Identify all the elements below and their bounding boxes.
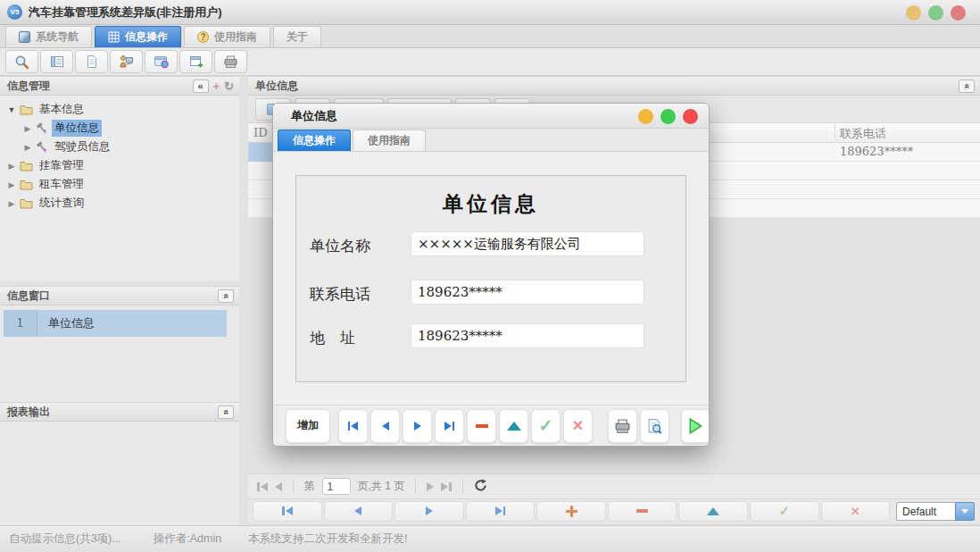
up-triangle-icon [507, 422, 521, 431]
cancel-record-button[interactable]: ✕ [821, 501, 891, 522]
tab-user-guide[interactable]: ? 使用指南 [184, 26, 270, 47]
tree-expander-icon[interactable]: ▼ [7, 105, 16, 114]
tree-node-label[interactable]: 驾驶员信息 [52, 138, 113, 155]
dialog-tabstrip: 信息操作 使用指南 [273, 129, 709, 152]
panel-splitter[interactable] [239, 76, 248, 525]
tree-node-label-selected[interactable]: 单位信息 [52, 120, 102, 137]
tree-node-label[interactable]: 基本信息 [37, 101, 87, 118]
tree-node-affiliation[interactable]: ▶ 挂靠管理 [0, 156, 239, 175]
minimize-button[interactable] [906, 5, 921, 21]
paging-toolbar: 第 页,共 1 页 [248, 473, 980, 498]
next-page-button[interactable] [427, 482, 434, 491]
tree-node-label[interactable]: 挂靠管理 [37, 157, 87, 174]
printer-button[interactable] [214, 50, 247, 73]
next-record-button[interactable] [403, 409, 432, 443]
add-button[interactable]: 增加 [286, 409, 330, 443]
column-header-phone[interactable]: 联系电话 [840, 126, 886, 142]
tab-info-operate[interactable]: 信息操作 [95, 26, 181, 47]
dialog-minimize-button[interactable] [638, 109, 653, 124]
last-record-button[interactable] [466, 501, 536, 522]
column-header-id[interactable]: ID [253, 126, 268, 139]
tree-node-unit-info[interactable]: ▶ 单位信息 [0, 119, 239, 138]
add-record-button[interactable] [536, 501, 606, 522]
collapse-panel-icon[interactable]: « [959, 79, 975, 93]
tab-system-nav[interactable]: 系统导航 [5, 26, 92, 47]
close-button[interactable] [951, 5, 966, 21]
list-item-index: 1 [4, 310, 37, 337]
address-field[interactable] [411, 323, 644, 348]
tree-node-label[interactable]: 租车管理 [37, 176, 87, 193]
tree-expander-icon[interactable]: ▶ [7, 162, 16, 171]
phone-cell[interactable]: 189623***** [840, 145, 913, 158]
dialog-tab-info-operate[interactable]: 信息操作 [278, 130, 351, 151]
print-button[interactable] [608, 409, 637, 443]
tree-node-basic-info[interactable]: ▼ 基本信息 [0, 100, 239, 119]
dialog-titlebar: 单位信息 [273, 104, 709, 129]
delete-record-button[interactable] [608, 501, 677, 522]
refresh-icon[interactable]: ↻ [224, 79, 234, 93]
dialog-tab-user-guide[interactable]: 使用指南 [353, 130, 426, 151]
window-view-button[interactable] [145, 50, 178, 73]
last-record-button[interactable] [435, 409, 464, 443]
tree-expander-icon[interactable]: ▶ [7, 180, 16, 189]
tree-node-label[interactable]: 统计查询 [37, 195, 87, 212]
table-add-button[interactable] [179, 50, 212, 73]
delete-record-button[interactable] [467, 409, 496, 443]
combobox-value[interactable]: Default [896, 502, 955, 521]
collapse-panel-icon[interactable]: « [218, 289, 234, 303]
form-heading: 单位信息 [296, 190, 685, 218]
prev-record-button[interactable] [324, 501, 394, 522]
add-icon[interactable]: + [213, 79, 220, 93]
tree-expander-icon[interactable]: ▶ [23, 143, 32, 152]
tree-expander-icon[interactable]: ▶ [23, 124, 32, 133]
printer-icon [614, 418, 631, 434]
print-preview-icon [646, 418, 663, 434]
dialog-maximize-button[interactable] [660, 109, 676, 124]
cancel-button[interactable]: ✕ [563, 409, 593, 443]
combobox-dropdown-button[interactable] [955, 502, 975, 521]
tool-icon [36, 141, 48, 154]
dialog-toolbar: 增加 ✓ ✕ [273, 405, 709, 446]
play-icon [689, 418, 702, 434]
confirm-record-button[interactable]: ✓ [750, 501, 819, 522]
refresh-button[interactable] [474, 479, 487, 495]
next-record-button[interactable] [394, 501, 464, 522]
first-record-button[interactable] [253, 501, 322, 522]
app-logo-icon: V5 [7, 4, 22, 20]
print-preview-button[interactable] [640, 409, 669, 443]
tree-expander-icon[interactable]: ▶ [7, 199, 16, 208]
confirm-button[interactable]: ✓ [531, 409, 561, 443]
tab-about[interactable]: 关于 [273, 26, 321, 47]
tree-node-driver-info[interactable]: ▶ 驾驶员信息 [0, 138, 239, 156]
page-number-input[interactable] [322, 478, 351, 495]
statusbar: 自动提示信息(共3项)... 操作者:Admin 本系统支持二次开发和全新开发! [0, 525, 980, 552]
collapse-left-icon[interactable]: « [193, 79, 209, 93]
last-page-button[interactable] [441, 482, 452, 491]
search-icon [14, 54, 29, 70]
printer-icon [223, 54, 238, 69]
prev-record-button[interactable] [370, 409, 400, 443]
prev-page-button[interactable] [275, 482, 282, 491]
first-page-button[interactable] [257, 482, 268, 491]
tree-node-statistics[interactable]: ▶ 统计查询 [0, 194, 239, 213]
list-view-button[interactable] [40, 50, 73, 73]
check-icon: ✓ [778, 503, 790, 519]
edit-record-button[interactable] [678, 501, 748, 522]
style-combobox[interactable]: Default [896, 502, 975, 521]
dialog-close-button[interactable] [683, 109, 698, 124]
list-item-unit-info[interactable]: 1 单位信息 [4, 310, 227, 337]
search-button[interactable] [5, 50, 38, 73]
edit-record-button[interactable] [499, 409, 528, 443]
document-button[interactable] [75, 50, 108, 73]
tree-node-rental[interactable]: ▶ 租车管理 [0, 175, 239, 194]
collapse-panel-icon[interactable]: « [218, 406, 234, 419]
table-add-icon [189, 54, 203, 69]
user-report-button[interactable] [110, 50, 143, 73]
field-label: 地 址 [310, 328, 355, 348]
panel-title: 单位信息 [255, 79, 298, 94]
phone-field[interactable] [411, 280, 644, 305]
run-button[interactable] [681, 409, 710, 443]
maximize-button[interactable] [928, 5, 943, 21]
first-record-button[interactable] [338, 409, 368, 443]
unit-name-field[interactable] [411, 231, 644, 256]
